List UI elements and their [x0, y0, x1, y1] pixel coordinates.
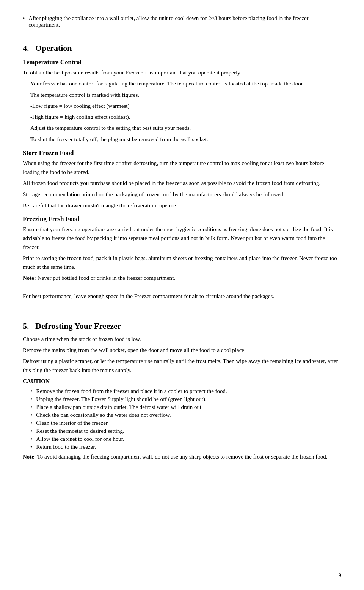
freezing-fresh-section: Freezing Fresh Food Ensure that your fre… [23, 215, 341, 301]
list-item: Check the pan occasionally so the water … [30, 412, 341, 418]
temperature-control-heading: Temperature Control [23, 58, 341, 66]
s5-caution-label: CAUTION [23, 377, 341, 386]
section-4-heading: 4. Operation [23, 43, 341, 53]
list-item: Place a shallow pan outside drain outlet… [30, 404, 341, 410]
tc-para6: Adjust the temperature control to the se… [23, 124, 341, 133]
s5-bullet-list: Remove the frozen food from the freezer … [23, 388, 341, 450]
sf-para4: Be careful that the drawer mustn't mangl… [23, 201, 341, 210]
store-frozen-heading: Store Frozen Food [23, 149, 341, 157]
ff-para1: Ensure that your freezing operations are… [23, 225, 341, 252]
s5-para3: Defrost using a plastic scraper, or let … [23, 357, 341, 375]
section-4: 4. Operation Temperature Control To obta… [23, 43, 341, 301]
s5-para1: Choose a time when the stock of frozen f… [23, 335, 341, 344]
sf-para3: Storage recommendation printed on the pa… [23, 190, 341, 199]
ff-para4: For best performance, leave enough space… [23, 292, 341, 301]
section-5-heading: 5. Defrosting Your Freezer [23, 321, 341, 331]
ff-para2: Prior to storing the frozen food, pack i… [23, 254, 341, 272]
tc-para1: To obtain the best possible results from… [23, 68, 341, 77]
freezing-fresh-heading: Freezing Fresh Food [23, 215, 341, 223]
sf-para1: When using the freezer for the first tim… [23, 159, 341, 177]
tc-para3: The temperature control is marked with f… [23, 91, 341, 99]
section-5: 5. Defrosting Your Freezer Choose a time… [23, 321, 341, 462]
tc-para4: -Low figure = low cooling effect (warmes… [23, 102, 341, 110]
temperature-control-section: Temperature Control To obtain the best p… [23, 58, 341, 144]
s5-note: Note: To avoid damaging the freezing com… [23, 453, 341, 461]
list-item: Unplug the freezer. The Power Supply lig… [30, 396, 341, 402]
s5-para2: Remove the mains plug from the wall sock… [23, 346, 341, 355]
sf-para2: All frozen food products you purchase sh… [23, 179, 341, 188]
list-item: Allow the cabinet to cool for one hour. [30, 436, 341, 442]
store-frozen-section: Store Frozen Food When using the freezer… [23, 149, 341, 210]
list-item: Clean the interior of the freezer. [30, 420, 341, 426]
tc-para5: -High figure = high cooling effect (cold… [23, 113, 341, 121]
list-item: Reset the thermostat to desired setting. [30, 428, 341, 434]
tc-para2: Your freezer has one control for regulat… [23, 79, 341, 88]
ff-para3: Note: Never put bottled food or drinks i… [23, 274, 341, 282]
list-item: Remove the frozen food from the freezer … [30, 388, 341, 394]
page-number: 9 [339, 572, 342, 579]
intro-bullet: After plugging the appliance into a wall… [23, 15, 341, 28]
tc-para7: To shut the freezer totally off, the plu… [23, 135, 341, 144]
list-item: Return food to the freezer. [30, 444, 341, 450]
